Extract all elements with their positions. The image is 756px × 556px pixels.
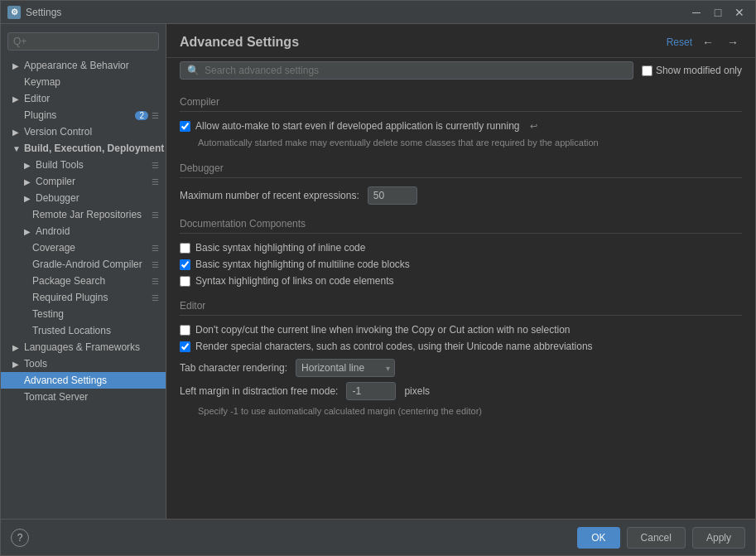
dont-copy-checkbox[interactable] [180,325,190,336]
auto-make-description: Automatically started make may eventuall… [198,137,742,149]
sidebar-item-build-tools[interactable]: ▶ Build Tools ☰ [1,157,166,173]
sidebar-item-android[interactable]: ▶ Android [1,223,166,239]
undo-icon[interactable]: ↩ [530,121,537,132]
app-icon: ⚙ [7,6,21,19]
left-margin-description: Specify -1 to use automatically calculat… [198,405,742,418]
ok-button[interactable]: OK [577,527,619,549]
sidebar-item-gradle-android[interactable]: Gradle-Android Compiler ☰ [1,256,166,273]
editor-section-title: Editor [180,300,742,316]
dont-copy-label: Don't copy/cut the current line when inv… [180,324,571,336]
settings-icon: ☰ [152,293,159,302]
compiler-section: Compiler Allow auto-make to start even i… [180,96,742,149]
basic-multiline-checkbox[interactable] [180,259,190,270]
show-modified-label: Show modified only [656,65,742,76]
reset-button[interactable]: Reset [667,36,692,48]
left-margin-input[interactable] [346,382,396,400]
debugger-section-title: Debugger [180,162,742,178]
settings-icon: ☰ [152,210,159,220]
sidebar-item-appearance[interactable]: ▶ Appearance & Behavior [1,57,166,74]
minimize-button[interactable]: ─ [687,3,705,22]
main-content: Compiler Allow auto-make to start even i… [166,83,755,519]
sidebar-item-compiler[interactable]: ▶ Compiler ☰ [1,173,166,190]
render-special-checkbox[interactable] [180,341,190,352]
tab-rendering-select[interactable]: Horizontal line Arrow None [296,359,395,377]
window-title: Settings [26,7,687,18]
sidebar-item-version-control[interactable]: ▶ Version Control [1,123,166,140]
back-button[interactable]: ← [699,34,717,51]
search-input-wrap: 🔍 [180,61,633,80]
main-panel: Advanced Settings Reset ← → 🔍 Show modif… [166,24,755,519]
render-special-label: Render special characters, such as contr… [180,341,593,352]
basic-multiline-row: Basic syntax highlighting of multiline c… [180,259,742,270]
max-expressions-label: Maximum number of recent expressions: [180,190,359,201]
auto-make-checkbox[interactable] [180,121,190,132]
max-expressions-row: Maximum number of recent expressions: [180,186,742,205]
sidebar-item-debugger[interactable]: ▶ Debugger [1,190,166,206]
sidebar-search-input[interactable] [7,32,159,51]
chevron-right-icon: ▶ [12,61,21,70]
chevron-right-icon: ▶ [24,194,32,203]
basic-inline-checkbox[interactable] [180,243,190,254]
show-modified-container: Show modified only [642,65,742,76]
settings-icon: ☰ [152,177,159,186]
max-expressions-input[interactable] [368,186,417,205]
sidebar-item-coverage[interactable]: Coverage ☰ [1,239,166,256]
syntax-links-label: Syntax highlighting of links on code ele… [180,275,393,287]
sidebar: ▶ Appearance & Behavior Keymap ▶ Editor … [1,24,166,519]
chevron-right-icon: ▶ [12,360,21,369]
auto-make-row: Allow auto-make to start even if develop… [180,120,742,132]
footer: ? OK Cancel Apply [1,519,755,555]
sidebar-item-editor[interactable]: ▶ Editor [1,90,166,107]
chevron-right-icon: ▶ [24,177,32,186]
sidebar-item-trusted-locations[interactable]: Trusted Locations [1,322,166,339]
syntax-links-row: Syntax highlighting of links on code ele… [180,275,742,287]
debugger-section: Debugger Maximum number of recent expres… [180,162,742,205]
footer-right: OK Cancel Apply [577,527,745,549]
sidebar-item-build-execution[interactable]: ▼ Build, Execution, Deployment [1,140,166,157]
search-bar-container: 🔍 Show modified only [166,58,755,83]
left-margin-row: Left margin in distraction free mode: pi… [180,382,742,400]
chevron-right-icon: ▶ [12,128,21,137]
documentation-section-title: Documentation Components [180,218,742,234]
page-title: Advanced Settings [180,35,299,50]
chevron-right-icon: ▶ [12,343,21,352]
left-margin-label: Left margin in distraction free mode: [180,385,338,397]
search-input[interactable] [205,65,626,76]
plugins-badge: 2 [135,111,148,120]
apply-button[interactable]: Apply [692,527,745,549]
search-icon: 🔍 [187,65,200,76]
title-bar: ⚙ Settings ─ □ ✕ [1,1,755,24]
sidebar-item-tools[interactable]: ▶ Tools [1,355,166,372]
settings-icon: ☰ [152,161,159,170]
sidebar-item-testing[interactable]: Testing [1,306,166,322]
forward-button[interactable]: → [724,34,742,51]
sidebar-item-tomcat-server[interactable]: Tomcat Server [1,389,166,405]
window-content: ▶ Appearance & Behavior Keymap ▶ Editor … [1,24,755,519]
sidebar-item-languages[interactable]: ▶ Languages & Frameworks [1,339,166,355]
sidebar-item-required-plugins[interactable]: Required Plugins ☰ [1,289,166,306]
cancel-button[interactable]: Cancel [627,527,686,549]
chevron-right-icon: ▶ [24,161,32,170]
documentation-section: Documentation Components Basic syntax hi… [180,218,742,287]
settings-window: ⚙ Settings ─ □ ✕ ▶ Appearance & Behavior… [0,0,756,556]
sidebar-item-plugins[interactable]: Plugins 2 ☰ [1,107,166,123]
sidebar-item-package-search[interactable]: Package Search ☰ [1,273,166,289]
close-button[interactable]: ✕ [730,3,749,22]
compiler-section-title: Compiler [180,96,742,112]
sidebar-item-advanced-settings[interactable]: Advanced Settings [1,372,166,389]
maximize-button[interactable]: □ [709,3,727,22]
help-button[interactable]: ? [11,529,29,547]
show-modified-checkbox[interactable] [642,65,652,76]
sidebar-item-remote-jar[interactable]: Remote Jar Repositories ☰ [1,206,166,223]
render-special-row: Render special characters, such as contr… [180,341,742,352]
basic-multiline-label: Basic syntax highlighting of multiline c… [180,259,410,270]
pixels-label: pixels [404,385,430,397]
syntax-links-checkbox[interactable] [180,276,190,287]
main-header: Advanced Settings Reset ← → [166,24,755,58]
sidebar-item-keymap[interactable]: Keymap [1,74,166,90]
tab-rendering-label: Tab character rendering: [180,362,287,374]
header-controls: Reset ← → [667,34,742,51]
chevron-down-icon: ▼ [12,144,21,153]
editor-section: Editor Don't copy/cut the current line w… [180,300,742,418]
basic-inline-label: Basic syntax highlighting of inline code [180,242,365,254]
